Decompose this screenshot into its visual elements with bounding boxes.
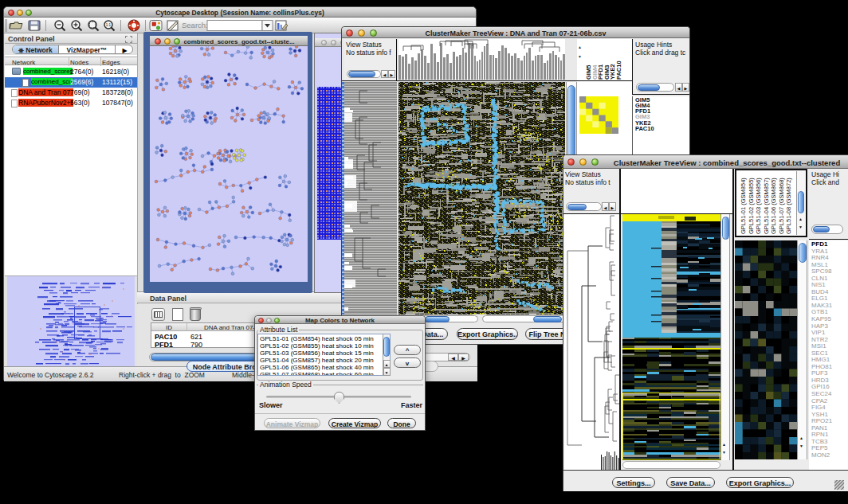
svg-text:GPL51-07 (GSM868): GPL51-07 (GSM868) xyxy=(778,178,785,234)
svg-text:GPL51-08 (GSM872): GPL51-08 (GSM872) xyxy=(785,178,792,234)
svg-text:GPL51-04 (GSM857): GPL51-04 (GSM857) xyxy=(763,178,770,234)
svg-text:Search:: Search: xyxy=(182,21,208,29)
svg-text:GPL51-02 (GSM855): GPL51-02 (GSM855) xyxy=(748,178,755,234)
svg-text:GPL51-06 (GSM865): GPL51-06 (GSM865) xyxy=(770,178,777,234)
svg-text:GPL51-03 (GSM856): GPL51-03 (GSM856) xyxy=(755,178,762,234)
svg-text:PAC10: PAC10 xyxy=(615,61,622,80)
svg-text:GPL51-01 (GSM854): GPL51-01 (GSM854) xyxy=(740,178,747,234)
svg-text:1:1: 1:1 xyxy=(106,23,112,27)
